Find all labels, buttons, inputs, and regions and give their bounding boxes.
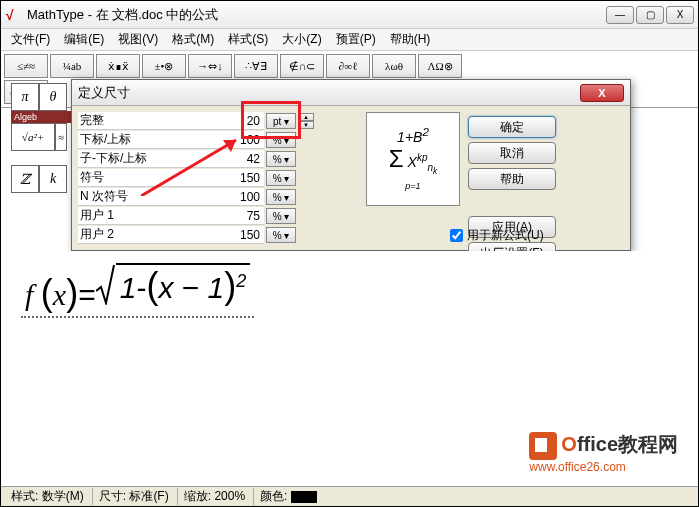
input-subsubscript[interactable]: 42 — [208, 150, 264, 168]
spinner-up[interactable]: ▲ — [298, 113, 314, 121]
status-zoom[interactable]: 缩放: 200% — [177, 488, 245, 505]
tool-greek-upper[interactable]: ΛΩ⊗ — [418, 54, 462, 78]
palette-sidebar: π θ Algeb √a²+ ≈ ℤ k — [11, 83, 71, 193]
unit-user1[interactable]: % ▾ — [266, 208, 296, 224]
menu-file[interactable]: 文件(F) — [5, 29, 56, 50]
label-user2: 用户 2 — [78, 226, 208, 244]
label-full: 完整 — [78, 112, 208, 130]
tool-arrows[interactable]: →⇔↓ — [188, 54, 232, 78]
sizes-table: 完整 20 pt ▾ ▲▼ 下标/上标 100 % ▾ 子-下标/上标 42 %… — [78, 112, 358, 264]
unit-subsubscript[interactable]: % ▾ — [266, 151, 296, 167]
input-full[interactable]: 20 — [208, 112, 264, 130]
dialog-title: 定义尺寸 — [78, 84, 580, 102]
watermark-brand-o: O — [561, 433, 577, 455]
ok-button[interactable]: 确定 — [468, 116, 556, 138]
preview-formula: 1+B2Σ Xkpnkp=1 — [366, 112, 460, 206]
status-size[interactable]: 尺寸: 标准(F) — [92, 488, 169, 505]
menu-edit[interactable]: 编辑(E) — [58, 29, 110, 50]
row-user2: 用户 2 150 % ▾ — [78, 226, 358, 244]
input-symbol[interactable]: 150 — [208, 169, 264, 187]
define-sizes-dialog: 定义尺寸 X 完整 20 pt ▾ ▲▼ 下标/上标 100 % ▾ 子-下标/… — [71, 79, 631, 251]
tool-spaces[interactable]: ¼ab — [50, 54, 94, 78]
tool-operators[interactable]: ±•⊗ — [142, 54, 186, 78]
input-user2[interactable]: 150 — [208, 226, 264, 244]
unit-symbol[interactable]: % ▾ — [266, 170, 296, 186]
window-title: MathType - 在 文档.doc 中的公式 — [27, 6, 606, 24]
menu-bar: 文件(F) 编辑(E) 视图(V) 格式(M) 样式(S) 大小(Z) 预置(P… — [1, 29, 698, 51]
maximize-button[interactable]: ▢ — [636, 6, 664, 24]
checkbox-label: 用于新公式(U) — [467, 227, 544, 244]
use-new-formula-checkbox[interactable]: 用于新公式(U) — [450, 227, 544, 244]
palette-z[interactable]: ℤ — [11, 165, 39, 193]
palette-k[interactable]: k — [39, 165, 67, 193]
row-full: 完整 20 pt ▾ ▲▼ — [78, 112, 358, 130]
input-subscript[interactable]: 100 — [208, 131, 264, 149]
status-style[interactable]: 样式: 数学(M) — [5, 488, 84, 505]
input-user1[interactable]: 75 — [208, 207, 264, 225]
unit-subscript[interactable]: % ▾ — [266, 132, 296, 148]
tool-logic[interactable]: ∴∀∃ — [234, 54, 278, 78]
dialog-titlebar[interactable]: 定义尺寸 X — [72, 80, 630, 106]
row-symbol: 符号 150 % ▾ — [78, 169, 358, 187]
menu-help[interactable]: 帮助(H) — [384, 29, 437, 50]
tool-embellish[interactable]: ẋ∎ẍ — [96, 54, 140, 78]
menu-preset[interactable]: 预置(P) — [330, 29, 382, 50]
dialog-close-button[interactable]: X — [580, 84, 624, 102]
palette-tab-algebra[interactable]: Algeb — [11, 111, 71, 123]
main-formula[interactable]: f (x)=1-(x − 1)2 — [21, 261, 254, 318]
window-titlebar: √ MathType - 在 文档.doc 中的公式 — ▢ X — [1, 1, 698, 29]
checkbox-input[interactable] — [450, 229, 463, 242]
tool-relations[interactable]: ≤≠≈ — [4, 54, 48, 78]
unit-user2[interactable]: % ▾ — [266, 227, 296, 243]
menu-style[interactable]: 样式(S) — [222, 29, 274, 50]
cancel-button[interactable]: 取消 — [468, 142, 556, 164]
label-subsubscript: 子-下标/上标 — [78, 150, 208, 168]
row-subsymbol: N 次符号 100 % ▾ — [78, 188, 358, 206]
tool-misc[interactable]: ∂∞ℓ — [326, 54, 370, 78]
watermark-brand-text: ffice教程网 — [577, 433, 678, 455]
label-subscript: 下标/上标 — [78, 131, 208, 149]
palette-rel[interactable]: ≈ — [55, 123, 67, 151]
help-button[interactable]: 帮助 — [468, 168, 556, 190]
row-subscript: 下标/上标 100 % ▾ — [78, 131, 358, 149]
palette-sqrt[interactable]: √a²+ — [11, 123, 55, 151]
row-subsubscript: 子-下标/上标 42 % ▾ — [78, 150, 358, 168]
label-subsymbol: N 次符号 — [78, 188, 208, 206]
status-bar: 样式: 数学(M) 尺寸: 标准(F) 缩放: 200% 颜色: — [1, 486, 698, 506]
tool-sets[interactable]: ∉∩⊂ — [280, 54, 324, 78]
menu-size[interactable]: 大小(Z) — [276, 29, 327, 50]
menu-view[interactable]: 视图(V) — [112, 29, 164, 50]
minimize-button[interactable]: — — [606, 6, 634, 24]
menu-format[interactable]: 格式(M) — [166, 29, 220, 50]
palette-theta[interactable]: θ — [39, 83, 67, 111]
palette-pi[interactable]: π — [11, 83, 39, 111]
spinner-down[interactable]: ▼ — [298, 121, 314, 129]
watermark: Office教程网 www.office26.com — [529, 431, 678, 474]
watermark-url: www.office26.com — [529, 460, 678, 474]
unit-subsymbol[interactable]: % ▾ — [266, 189, 296, 205]
status-color[interactable]: 颜色: — [253, 488, 317, 505]
color-swatch[interactable] — [291, 491, 317, 503]
watermark-icon — [529, 432, 557, 460]
app-icon: √ — [5, 7, 21, 23]
tool-greek-lower[interactable]: λωθ — [372, 54, 416, 78]
close-button[interactable]: X — [666, 6, 694, 24]
label-symbol: 符号 — [78, 169, 208, 187]
label-user1: 用户 1 — [78, 207, 208, 225]
input-subsymbol[interactable]: 100 — [208, 188, 264, 206]
row-user1: 用户 1 75 % ▾ — [78, 207, 358, 225]
unit-full[interactable]: pt ▾ — [266, 113, 296, 129]
